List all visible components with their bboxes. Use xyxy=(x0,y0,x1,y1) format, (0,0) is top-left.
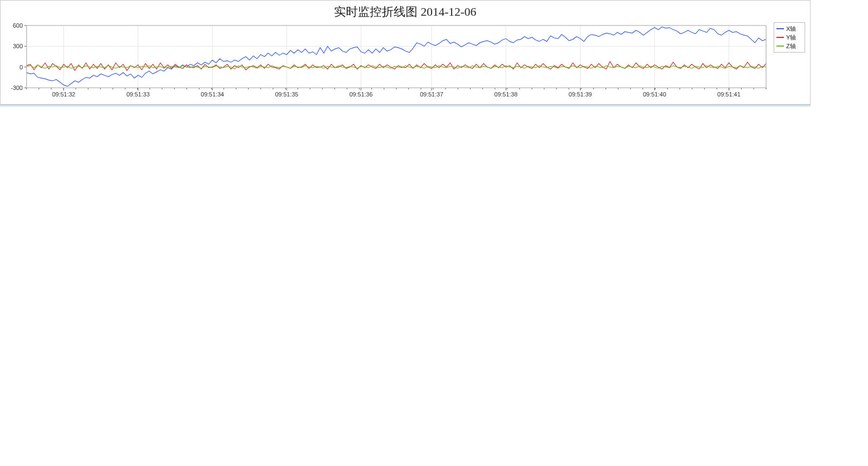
svg-text:09:51:40: 09:51:40 xyxy=(643,91,666,98)
svg-text:09:51:41: 09:51:41 xyxy=(717,91,741,98)
legend-item-z: Z轴 xyxy=(776,42,802,50)
legend-label-y: Y轴 xyxy=(786,34,796,42)
svg-text:09:51:37: 09:51:37 xyxy=(420,91,443,98)
svg-text:09:51:39: 09:51:39 xyxy=(569,91,592,98)
svg-text:300: 300 xyxy=(13,43,23,49)
legend-label-x: X轴 xyxy=(786,25,796,33)
svg-text:09:51:35: 09:51:35 xyxy=(275,91,298,98)
svg-text:600: 600 xyxy=(13,22,23,29)
svg-text:09:51:36: 09:51:36 xyxy=(349,91,372,98)
legend-item-x: X轴 xyxy=(776,24,802,33)
legend-swatch-x xyxy=(776,28,784,29)
svg-text:09:51:38: 09:51:38 xyxy=(494,91,518,98)
svg-text:0: 0 xyxy=(20,64,23,70)
legend-label-z: Z轴 xyxy=(786,42,796,50)
svg-rect-0 xyxy=(27,25,766,88)
legend-swatch-z xyxy=(776,46,784,47)
svg-text:09:51:33: 09:51:33 xyxy=(126,91,150,98)
svg-text:-300: -300 xyxy=(11,85,23,91)
chart-row: -300030060009:51:3209:51:3309:51:3409:51… xyxy=(5,22,806,101)
chart-title: 实时监控折线图 2014-12-06 xyxy=(5,4,806,20)
legend-item-y: Y轴 xyxy=(776,33,802,42)
svg-rect-104 xyxy=(27,25,766,88)
panel-shadow xyxy=(0,105,811,108)
svg-text:09:51:34: 09:51:34 xyxy=(201,91,224,98)
svg-text:09:51:32: 09:51:32 xyxy=(52,91,75,98)
line-chart[interactable]: -300030060009:51:3209:51:3309:51:3409:51… xyxy=(5,22,769,101)
legend-swatch-y xyxy=(776,37,784,38)
chart-panel: 实时监控折线图 2014-12-06 -300030060009:51:3209… xyxy=(0,0,811,105)
chart-legend: X轴 Y轴 Z轴 xyxy=(774,22,805,53)
